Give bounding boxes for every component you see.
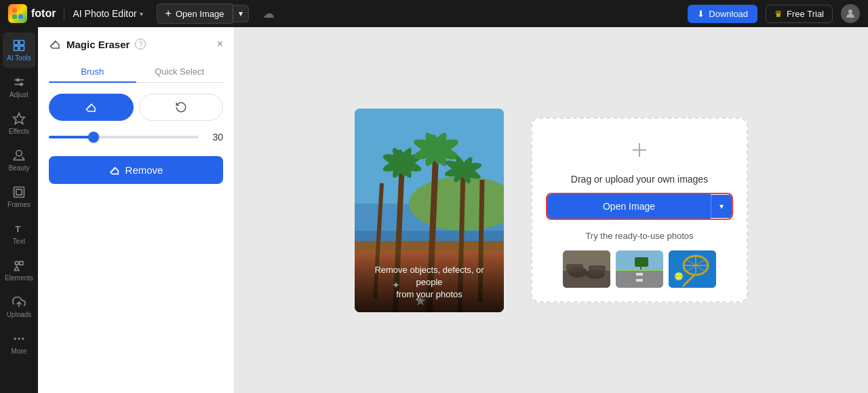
svg-rect-65: [589, 265, 606, 274]
user-avatar[interactable]: [841, 4, 860, 23]
remove-icon: [109, 165, 120, 176]
crown-icon: ♛: [774, 9, 783, 19]
panel-title-row: Magic Eraser ?: [49, 38, 146, 50]
svg-line-25: [52, 41, 56, 45]
sidebar-label-elements: Elements: [5, 274, 33, 282]
size-slider-row: 30: [49, 132, 223, 143]
app-name-nav[interactable]: AI Photo Editor ▾: [73, 8, 142, 19]
ready-photos-label: Try the ready-to-use photos: [585, 231, 693, 241]
svg-point-14: [16, 151, 22, 156]
sidebar-item-uploads[interactable]: Uploads: [3, 289, 35, 324]
thumbnail-tennis[interactable]: [669, 250, 716, 288]
svg-rect-19: [20, 261, 23, 265]
panel-header: Magic Eraser ? ×: [49, 38, 223, 50]
panel-tabs: Brush Quick Select: [49, 61, 223, 83]
sidebar: AI Tools Adjust Effects Beauty: [0, 27, 38, 393]
svg-rect-2: [12, 14, 17, 19]
svg-rect-3: [18, 14, 23, 19]
sidebar-item-frames[interactable]: Frames: [3, 179, 35, 214]
preview-overlay: Remove objects, defects, or people from …: [355, 253, 504, 312]
sidebar-item-beauty[interactable]: Beauty: [3, 143, 35, 178]
sidebar-label-ai-tools: AI Tools: [7, 54, 31, 62]
sidebar-label-uploads: Uploads: [7, 311, 32, 318]
content-area: ★ ✦ ★ ✦ Remove objects, defects, or peop…: [235, 27, 868, 393]
nav-open-image: + Open Image ▾: [157, 3, 249, 24]
svg-rect-64: [566, 264, 583, 272]
photo-thumbnails: [563, 250, 716, 288]
tool-options: [49, 94, 223, 121]
upload-area: Drag or upload your own images Open Imag…: [531, 117, 748, 303]
sidebar-label-more: More: [12, 348, 27, 355]
erase-brush-option[interactable]: [49, 94, 134, 121]
svg-rect-72: [640, 265, 642, 269]
svg-rect-8: [20, 46, 24, 51]
svg-marker-13: [14, 113, 25, 124]
sidebar-item-ai-tools[interactable]: AI Tools: [3, 33, 35, 68]
svg-rect-70: [636, 279, 643, 282]
svg-rect-5: [14, 41, 19, 45]
top-navigation: fotor AI Photo Editor ▾ + Open Image ▾ ☁…: [0, 0, 868, 27]
upload-plus-icon: [629, 139, 650, 166]
sidebar-label-frames: Frames: [7, 201, 31, 208]
nav-open-image-dropdown[interactable]: ▾: [233, 5, 249, 22]
slider-fill: [49, 136, 94, 138]
magic-eraser-panel: Magic Eraser ? × Brush Quick Select: [38, 27, 235, 393]
svg-point-12: [20, 83, 22, 86]
svg-rect-0: [12, 8, 17, 13]
slider-thumb[interactable]: [88, 132, 99, 143]
svg-text:T: T: [15, 224, 20, 234]
svg-rect-1: [18, 8, 23, 13]
main-layout: AI Tools Adjust Effects Beauty: [0, 27, 868, 393]
thumbnail-road[interactable]: [616, 250, 663, 288]
logo[interactable]: fotor: [8, 4, 56, 23]
svg-marker-20: [14, 267, 19, 271]
svg-point-4: [848, 10, 852, 14]
svg-point-22: [18, 338, 20, 339]
tab-quick-select[interactable]: Quick Select: [136, 61, 224, 82]
open-image-dropdown-button[interactable]: ▾: [711, 195, 732, 218]
sidebar-label-effects: Effects: [9, 128, 29, 135]
eraser-icon: [49, 38, 61, 50]
app-name-chevron: ▾: [140, 10, 143, 18]
cloud-icon: ☁: [262, 6, 275, 21]
svg-rect-15: [14, 187, 24, 198]
svg-point-24: [14, 338, 16, 339]
drag-upload-text: Drag or upload your own images: [571, 174, 708, 185]
download-icon: ⬇: [697, 9, 705, 19]
sidebar-label-beauty: Beauty: [8, 164, 29, 172]
plus-icon: +: [165, 7, 172, 20]
restore-brush-option[interactable]: [139, 94, 224, 121]
svg-rect-6: [20, 41, 24, 45]
sidebar-item-text[interactable]: T Text: [3, 216, 35, 251]
svg-point-10: [17, 79, 19, 81]
sidebar-label-text: Text: [13, 238, 25, 245]
sidebar-item-effects[interactable]: Effects: [3, 106, 35, 141]
sidebar-item-adjust[interactable]: Adjust: [3, 69, 35, 105]
sidebar-item-more[interactable]: More: [3, 326, 35, 361]
thumbnail-shoes[interactable]: [563, 250, 610, 288]
open-image-button[interactable]: Open Image: [547, 194, 711, 219]
svg-line-26: [88, 105, 92, 109]
panel-title: Magic Eraser: [66, 39, 130, 50]
free-trial-button[interactable]: ♛ Free Trial: [766, 5, 833, 23]
nav-open-image-button[interactable]: + Open Image: [157, 3, 233, 24]
svg-rect-16: [16, 189, 22, 195]
tab-brush[interactable]: Brush: [49, 61, 136, 82]
svg-line-27: [112, 168, 115, 171]
svg-rect-71: [635, 257, 648, 267]
svg-point-80: [675, 272, 683, 280]
download-button[interactable]: ⬇ Download: [688, 5, 757, 23]
svg-point-18: [15, 261, 18, 265]
help-icon[interactable]: ?: [135, 39, 146, 50]
remove-button[interactable]: Remove: [49, 156, 223, 184]
close-button[interactable]: ×: [217, 38, 223, 50]
svg-rect-7: [14, 46, 19, 51]
preview-image: ★ ✦ ★ ✦ Remove objects, defects, or peop…: [355, 109, 504, 312]
upload-btn-row: Open Image ▾: [546, 193, 733, 220]
size-slider-track[interactable]: [49, 136, 199, 138]
sidebar-label-adjust: Adjust: [9, 91, 28, 98]
svg-point-23: [22, 338, 24, 339]
logo-text: fotor: [31, 7, 56, 20]
sidebar-item-elements[interactable]: Elements: [3, 252, 35, 288]
nav-divider: [64, 7, 64, 20]
